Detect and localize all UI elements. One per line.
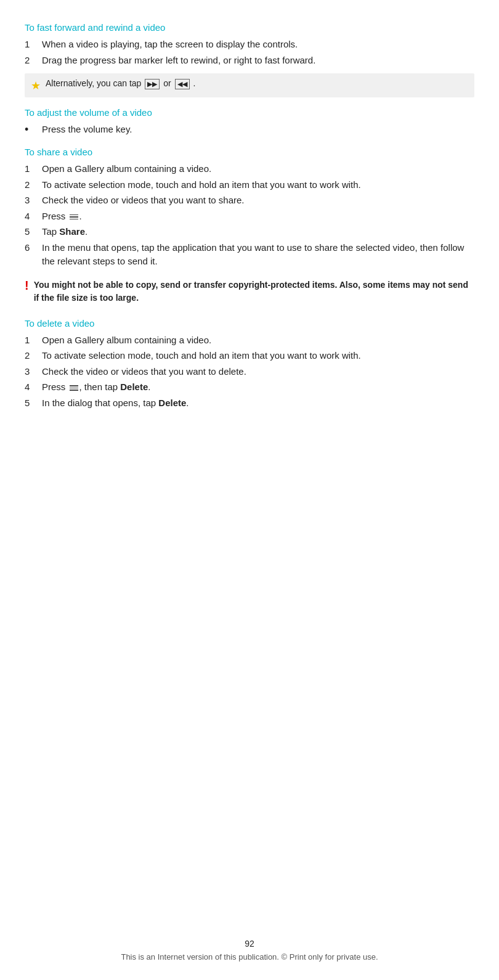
tip-box: ★ Alternatively, you can tap ▶▶ or ◀◀ . [25,73,474,97]
tip-suffix: . [193,78,195,88]
fast-forward-list: 1 When a video is playing, tap the scree… [25,38,474,67]
list-item: 1 Open a Gallery album containing a vide… [25,333,474,348]
list-number: 2 [25,178,42,192]
share-video-list: 1 Open a Gallery album containing a vide… [25,162,474,269]
delete-video-list: 1 Open a Gallery album containing a vide… [25,333,474,410]
list-text: Tap Share. [42,225,474,239]
list-item: 2 To activate selection mode, touch and … [25,349,474,363]
list-number: 2 [25,349,42,363]
list-text: When a video is playing, tap the screen … [42,38,474,52]
bold-text: Delete [158,398,186,408]
tip-prefix: Alternatively, you can tap [46,78,144,88]
bold-text: Share [59,226,85,237]
adjust-volume-list: • Press the volume key. [25,123,474,137]
list-text: Press . [42,210,474,224]
list-item: 2 Drag the progress bar marker left to r… [25,54,474,68]
list-number: 1 [25,162,42,176]
list-number: 1 [25,333,42,348]
bullet-dot: • [25,123,42,137]
list-number: 4 [25,380,42,394]
page-footer: 92 This is an Internet version of this p… [0,939,499,962]
list-text: To activate selection mode, touch and ho… [42,349,474,363]
list-item: 6 In the menu that opens, tap the applic… [25,241,474,269]
share-video-heading: To share a video [25,147,474,157]
tip-or: or [163,78,173,88]
warning-icon: ! [25,279,29,293]
list-item: 5 Tap Share. [25,225,474,239]
lightbulb-icon: ★ [31,79,41,92]
list-number: 5 [25,396,42,410]
list-text: Press , then tap Delete. [42,380,474,394]
list-number: 3 [25,194,42,208]
list-item: 3 Check the video or videos that you wan… [25,194,474,208]
page-content: To fast forward and rewind a video 1 Whe… [0,0,499,465]
delete-video-section: To delete a video 1 Open a Gallery album… [25,318,474,410]
list-item: • Press the volume key. [25,123,474,137]
tip-text: Alternatively, you can tap ▶▶ or ◀◀ . [46,78,195,89]
list-number: 6 [25,241,42,269]
list-text: Check the video or videos that you want … [42,194,474,208]
bold-text: Delete [120,382,148,392]
fast-forward-section: To fast forward and rewind a video 1 Whe… [25,22,474,97]
fast-forward-icon: ▶▶ [145,79,160,89]
list-text: To activate selection mode, touch and ho… [42,178,474,192]
menu-icon [70,214,78,220]
list-number: 1 [25,38,42,52]
list-item: 4 Press , then tap Delete. [25,380,474,394]
list-item: 4 Press . [25,210,474,224]
list-text: In the menu that opens, tap the applicat… [42,241,474,269]
list-text: In the dialog that opens, tap Delete. [42,396,474,410]
list-number: 4 [25,210,42,224]
list-text: Drag the progress bar marker left to rew… [42,54,474,68]
page-number: 92 [0,939,499,949]
list-number: 2 [25,54,42,68]
list-item: 5 In the dialog that opens, tap Delete. [25,396,474,410]
list-text: Open a Gallery album containing a video. [42,333,474,348]
list-item: 1 When a video is playing, tap the scree… [25,38,474,52]
list-number: 5 [25,225,42,239]
menu-icon [70,385,78,391]
share-video-section: To share a video 1 Open a Gallery album … [25,147,474,308]
adjust-volume-section: To adjust the volume of a video • Press … [25,107,474,137]
rewind-icon: ◀◀ [175,79,190,89]
list-item: 1 Open a Gallery album containing a vide… [25,162,474,176]
list-item: 3 Check the video or videos that you wan… [25,365,474,379]
fast-forward-heading: To fast forward and rewind a video [25,22,474,33]
list-text: Check the video or videos that you want … [42,365,474,379]
list-number: 3 [25,365,42,379]
list-text: Press the volume key. [42,123,474,137]
list-text: Open a Gallery album containing a video. [42,162,474,176]
adjust-volume-heading: To adjust the volume of a video [25,107,474,118]
warning-box: ! You might not be able to copy, send or… [25,275,474,308]
warning-text: You might not be able to copy, send or t… [34,279,474,304]
footer-note: This is an Internet version of this publ… [0,952,499,962]
delete-video-heading: To delete a video [25,318,474,329]
list-item: 2 To activate selection mode, touch and … [25,178,474,192]
